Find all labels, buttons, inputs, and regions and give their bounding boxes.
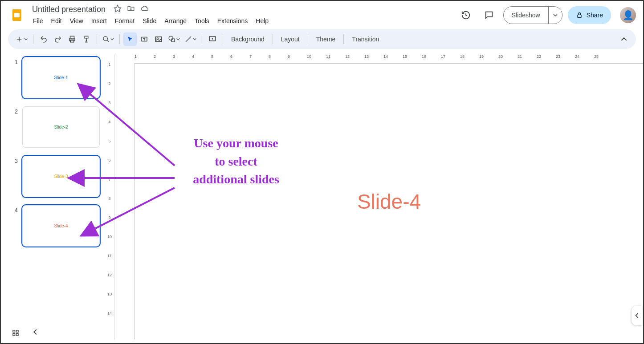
share-button[interactable]: Share	[568, 6, 611, 24]
print-button[interactable]	[65, 32, 79, 46]
shape-tool[interactable]	[166, 32, 182, 46]
move-icon[interactable]	[127, 4, 135, 14]
slide-title-text[interactable]: Slide-4	[357, 190, 421, 214]
svg-rect-11	[171, 39, 175, 42]
share-label: Share	[587, 12, 603, 19]
layout-button[interactable]: Layout	[277, 32, 304, 46]
menu-bar: File Edit View Insert Format Slide Arran…	[29, 16, 457, 26]
document-title[interactable]: Untitled presentation	[29, 4, 108, 15]
lock-icon	[576, 12, 583, 19]
menu-arrange[interactable]: Arrange	[161, 16, 190, 26]
collapse-toolbar-icon[interactable]	[617, 32, 631, 46]
new-slide-button[interactable]	[13, 32, 29, 46]
slides-app-icon[interactable]	[8, 6, 26, 24]
toolbar: Background Layout Theme Transition	[8, 29, 636, 49]
thumbnail-4[interactable]: Slide-4	[21, 204, 101, 247]
history-icon[interactable]	[457, 6, 475, 24]
menu-format[interactable]: Format	[111, 16, 138, 26]
thumb-number: 2	[12, 105, 18, 115]
menu-view[interactable]: View	[66, 16, 87, 26]
textbox-tool[interactable]	[138, 32, 151, 46]
slide-panel: 1 Slide-1 2 Slide-2 3 Slide-3 4 Slide-4	[12, 54, 101, 340]
zoom-button[interactable]	[101, 32, 116, 46]
menu-extensions[interactable]: Extensions	[214, 16, 251, 26]
slideshow-dropdown[interactable]	[548, 7, 562, 24]
theme-button[interactable]: Theme	[312, 32, 340, 46]
thumb-label: Slide-4	[54, 223, 68, 228]
svg-rect-13	[13, 330, 15, 332]
svg-rect-16	[16, 334, 19, 336]
vertical-ruler: 1234567891011121314	[104, 54, 115, 340]
menu-tools[interactable]: Tools	[191, 16, 213, 26]
star-icon[interactable]	[114, 4, 122, 14]
svg-rect-14	[16, 330, 19, 332]
cloud-status-icon[interactable]	[140, 4, 149, 14]
menu-slide[interactable]: Slide	[139, 16, 160, 26]
slide-canvas[interactable]: Slide-4	[135, 63, 643, 340]
account-avatar[interactable]: 👤	[620, 7, 636, 23]
background-button[interactable]: Background	[227, 32, 269, 46]
thumb-number: 4	[12, 204, 18, 214]
svg-point-6	[103, 36, 107, 40]
thumb-label: Slide-2	[54, 125, 68, 130]
paint-format-button[interactable]	[80, 32, 93, 46]
menu-edit[interactable]: Edit	[48, 16, 65, 26]
comments-icon[interactable]	[480, 6, 498, 24]
prev-slide-icon[interactable]	[32, 329, 38, 339]
thumbnail-3[interactable]: Slide-3	[21, 155, 101, 198]
menu-file[interactable]: File	[29, 16, 47, 26]
select-tool[interactable]	[123, 32, 137, 46]
horizontal-ruler: 1234567891011121314151617181920212223242…	[135, 54, 643, 63]
slideshow-button[interactable]: Slideshow	[503, 6, 562, 24]
thumb-label: Slide-3	[54, 174, 68, 179]
thumbnail-2[interactable]: Slide-2	[21, 105, 101, 149]
show-side-panel-icon[interactable]	[632, 306, 642, 325]
svg-point-10	[169, 36, 173, 40]
menu-help[interactable]: Help	[252, 16, 272, 26]
transition-button[interactable]: Transition	[347, 32, 383, 46]
thumb-number: 1	[12, 56, 18, 65]
thumb-label: Slide-1	[54, 75, 68, 80]
redo-button[interactable]	[51, 32, 65, 46]
thumb-number: 3	[12, 155, 18, 164]
comment-tool[interactable]	[206, 32, 219, 46]
undo-button[interactable]	[37, 32, 50, 46]
thumbnail-1[interactable]: Slide-1	[21, 56, 101, 99]
menu-insert[interactable]: Insert	[88, 16, 110, 26]
svg-rect-1	[14, 13, 20, 17]
svg-rect-2	[578, 15, 581, 17]
svg-rect-15	[13, 334, 15, 336]
image-tool[interactable]	[152, 32, 165, 46]
slideshow-label: Slideshow	[504, 12, 548, 19]
grid-view-icon[interactable]	[12, 329, 20, 339]
line-tool[interactable]	[183, 32, 198, 46]
